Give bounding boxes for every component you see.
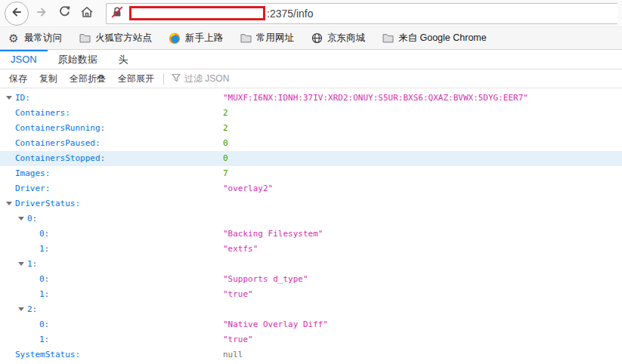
expander-icon[interactable] [6, 94, 12, 100]
json-row[interactable]: SystemStatus: null [0, 347, 622, 362]
json-value: "MUXF:I6NX:IDNH:37IV:XRD2:ONUY:S5UR:BXS6… [223, 91, 528, 106]
save-button[interactable]: 保存 [3, 72, 33, 85]
copy-button[interactable]: 复制 [33, 72, 63, 85]
json-key[interactable]: 0: [39, 229, 49, 239]
bookmark-label: 京东商城 [327, 32, 365, 45]
json-key[interactable]: 1: [39, 289, 49, 299]
bookmarks-bar: ⚙ 最常访问 火狐官方站点 新手上路 常用网址 京东商城 [0, 27, 622, 50]
bookmark-label: 最常访问 [24, 32, 62, 45]
json-row[interactable]: ID: "MUXF:I6NX:IDNH:37IV:XRD2:ONUY:S5UR:… [0, 91, 622, 106]
back-button[interactable] [5, 2, 29, 26]
json-key[interactable]: ContainersPaused: [15, 138, 101, 148]
collapse-all-button[interactable]: 全部折叠 [63, 72, 112, 85]
tab-json[interactable]: JSON [0, 50, 48, 69]
insecure-lock-icon[interactable] [111, 6, 123, 21]
json-key[interactable]: ContainersStopped: [15, 153, 105, 163]
expander-icon[interactable] [6, 200, 12, 206]
json-key[interactable]: SystemStatus: [15, 350, 80, 359]
json-value: "Supports d_type" [223, 272, 308, 287]
json-viewer-tabs: JSON 原始数据 头 [0, 50, 622, 69]
json-key[interactable]: 2: [27, 304, 37, 314]
toolbar-separator [163, 73, 164, 85]
json-key[interactable]: Images: [15, 168, 50, 178]
json-key[interactable]: Containers: [15, 108, 70, 118]
folder-icon [382, 32, 394, 45]
filter-json-input[interactable]: 过滤 JSON [167, 72, 234, 85]
bookmark-folder-from-chrome[interactable]: 来自 Google Chrome [382, 32, 487, 45]
json-row[interactable]: ContainersStopped: 0 [0, 151, 622, 166]
reload-button[interactable] [53, 2, 76, 25]
reload-icon [58, 5, 71, 21]
expander-icon[interactable] [18, 306, 24, 312]
home-icon [80, 5, 94, 22]
json-value: 2 [223, 121, 228, 136]
bookmark-folder-common-sites[interactable]: 常用网址 [240, 32, 294, 45]
json-key[interactable]: 1: [39, 244, 49, 254]
forward-arrow-icon [35, 5, 48, 22]
home-button[interactable] [76, 2, 98, 25]
json-value: 0 [223, 136, 228, 151]
firefox-icon [169, 32, 181, 45]
json-key[interactable]: DriverStatus: [15, 199, 80, 208]
json-tree: ID: "MUXF:I6NX:IDNH:37IV:XRD2:ONUY:S5UR:… [0, 88, 622, 362]
json-value: "true" [223, 287, 253, 302]
redacted-host-box [129, 6, 265, 20]
json-row[interactable]: Images: 7 [0, 166, 622, 181]
json-row[interactable]: 2: [0, 302, 622, 317]
bookmark-label: 新手上路 [185, 32, 223, 45]
json-value: 7 [223, 166, 228, 181]
json-row[interactable]: ContainersRunning: 2 [0, 121, 622, 136]
json-row[interactable]: 0: "Native Overlay Diff" [0, 317, 622, 332]
json-row[interactable]: 0: "Supports d_type" [0, 272, 622, 287]
bookmark-jd-mall[interactable]: 京东商城 [311, 32, 365, 45]
gear-icon: ⚙ [8, 32, 20, 45]
folder-icon [240, 32, 252, 45]
tab-headers[interactable]: 头 [108, 50, 139, 69]
json-value: "Native Overlay Diff" [223, 317, 328, 332]
json-key[interactable]: 1: [39, 335, 49, 344]
browser-nav-toolbar: :2375/info [0, 0, 622, 27]
filter-placeholder: 过滤 JSON [184, 72, 229, 85]
json-row[interactable]: 1: [0, 257, 622, 272]
folder-icon [79, 32, 91, 45]
json-key[interactable]: 1: [27, 259, 37, 269]
json-key[interactable]: 0: [39, 274, 49, 284]
bookmark-label: 火狐官方站点 [95, 32, 152, 45]
url-text[interactable]: :2375/info [267, 8, 314, 20]
expand-all-button[interactable]: 全部展开 [112, 72, 160, 85]
json-row[interactable]: ContainersPaused: 0 [0, 136, 622, 151]
json-value: "extfs" [223, 242, 258, 257]
bookmark-label: 来自 Google Chrome [398, 32, 487, 45]
json-key[interactable]: 0: [39, 319, 49, 329]
globe-icon [311, 32, 323, 45]
json-value: "Backing Filesystem" [223, 227, 323, 242]
forward-button[interactable] [30, 2, 53, 25]
back-arrow-icon [10, 5, 23, 22]
json-row[interactable]: 0: "Backing Filesystem" [0, 227, 622, 242]
json-key[interactable]: ContainersRunning: [15, 123, 105, 133]
json-value: 0 [223, 151, 228, 166]
url-bar[interactable]: :2375/info [106, 3, 617, 24]
json-row[interactable]: 1: "true" [0, 332, 622, 347]
json-row[interactable]: 1: "true" [0, 287, 622, 302]
json-value: null [223, 347, 243, 362]
bookmark-most-visited[interactable]: ⚙ 最常访问 [8, 32, 62, 45]
filter-funnel-icon [172, 73, 181, 85]
json-viewer-toolbar: 保存 复制 全部折叠 全部展开 过滤 JSON [0, 69, 622, 88]
bookmark-label: 常用网址 [256, 32, 294, 45]
json-row[interactable]: Containers: 2 [0, 106, 622, 121]
json-row[interactable]: Driver: "overlay2" [0, 181, 622, 196]
json-key[interactable]: Driver: [15, 184, 50, 193]
tab-raw-data[interactable]: 原始数据 [48, 50, 108, 69]
json-row[interactable]: 1: "extfs" [0, 242, 622, 257]
json-key[interactable]: ID: [15, 93, 30, 103]
json-value: "true" [223, 332, 253, 347]
json-value: 2 [223, 106, 228, 121]
bookmark-folder-firefox-official[interactable]: 火狐官方站点 [79, 32, 152, 45]
bookmark-getting-started[interactable]: 新手上路 [169, 32, 223, 45]
json-key[interactable]: 0: [27, 214, 37, 224]
json-row[interactable]: DriverStatus: [0, 196, 622, 211]
expander-icon[interactable] [18, 215, 24, 221]
expander-icon[interactable] [18, 261, 24, 267]
json-row[interactable]: 0: [0, 211, 622, 227]
